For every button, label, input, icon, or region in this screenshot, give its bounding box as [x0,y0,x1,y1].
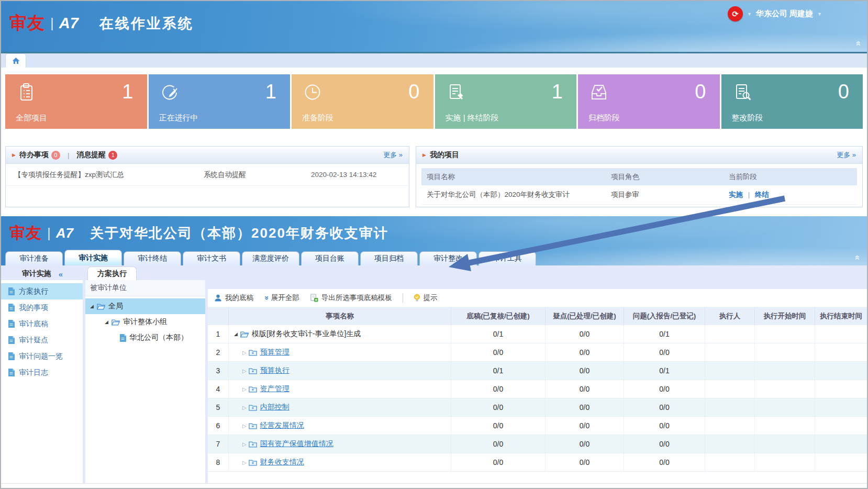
executor-cell [705,417,755,435]
tree-node-label: 审计整体小组 [123,317,167,327]
doc-icon [8,369,15,376]
stat-value: 0 [408,81,419,103]
sidebar-item-audit-drafts[interactable]: 审计底稿 [1,316,83,332]
sidebar-item-audit-issues[interactable]: 审计问题一览 [1,348,83,364]
caret-down-icon[interactable]: ▼ [817,12,822,17]
matter-name-cell: ▷ 国有资产保值增值情况 [229,435,451,453]
end-time-cell [815,343,867,361]
executor-cell [705,398,755,416]
sidebar-item-audit-doubts[interactable]: 审计疑点 [1,332,83,348]
tab-message-reminder[interactable]: 消息提醒 [76,150,106,160]
matter-name[interactable]: 模版[财务收支审计-事业单位]生成 [252,329,361,339]
matter-name-link[interactable]: 财务收支情况 [260,458,304,467]
home-tab[interactable] [5,53,26,68]
doubt-count: 0/0 [546,398,624,416]
tab-todo-items[interactable]: 待办事项 [19,150,49,160]
stat-value: 1 [552,81,563,103]
tree-collapsed-icon[interactable]: ▷ [242,405,247,410]
end-time-cell [815,380,867,398]
product-logo: A7 [56,225,73,241]
draft-count: 0/0 [451,417,546,435]
tree-collapsed-icon[interactable]: ▷ [242,441,247,447]
tree-expand-icon[interactable]: ◢ [90,304,94,309]
todo-more-link[interactable]: 更多 » [383,150,403,160]
tree-collapsed-icon[interactable]: ▷ [242,368,247,374]
collapse-header-icon[interactable]: « [853,41,863,46]
tab-audit-documents[interactable]: 审计文书 [183,251,240,265]
stage-link-implement[interactable]: 实施 [729,191,743,198]
doc-icon [8,352,15,360]
sidebar-item-my-matters[interactable]: 我的事项 [1,299,83,316]
tree-expand-icon[interactable]: ◢ [105,319,108,325]
sidebar-item-plan-execution[interactable]: 方案执行 [1,283,83,299]
tips-button[interactable]: 提示 [414,293,438,303]
tree-node-audit-group[interactable]: ◢ 审计整体小组 [85,314,205,330]
stat-card-implementation[interactable]: 1 实施 | 终结阶段 [435,74,577,129]
subtab-plan-execution[interactable]: 方案执行 [87,266,137,280]
tree-collapsed-icon[interactable]: ▷ [242,460,247,465]
doc-icon [8,287,15,295]
stat-label: 实施 | 终结阶段 [446,113,499,123]
folder-icon [249,459,257,466]
expand-all-button[interactable]: « 展开全部 [264,293,299,303]
matter-name-link[interactable]: 国有资产保值增值情况 [260,439,333,449]
row-number: 1 [208,325,229,343]
issue-count: 0/1 [624,362,705,380]
matter-name-link[interactable]: 预算管理 [260,348,290,357]
start-time-cell [755,398,815,416]
archive-check-icon [588,82,609,105]
user-org-name[interactable]: 华东公司 周建婕 [756,9,813,19]
tab-project-ledger[interactable]: 项目台账 [301,251,359,265]
my-drafts-button[interactable]: 我的底稿 [214,293,253,303]
stat-value: 1 [265,81,276,103]
matter-name-link[interactable]: 内部控制 [260,403,290,412]
row-number: 3 [208,362,229,380]
matter-row: 1 ◢ 模版[财务收支审计-事业单位]生成 0/1 0/0 0/1 [208,325,867,343]
stage-link-conclude[interactable]: 终结 [755,191,769,198]
tab-audit-implementation[interactable]: 审计实施 [64,250,122,265]
sidebar-title: 审计实施 [22,269,51,279]
column-start-time: 执行开始时间 [755,307,815,325]
tree-expand-icon[interactable]: ◢ [234,331,238,337]
stat-card-rectification[interactable]: 0 整改阶段 [721,74,863,129]
row-number: 4 [208,380,229,398]
tree-node-global[interactable]: ◢ 全局 [85,298,205,314]
tab-audit-preparation[interactable]: 审计准备 [5,251,63,265]
stat-card-all-projects[interactable]: 1 全部项目 [5,74,147,129]
stat-card-in-progress[interactable]: 1 正在进行中 [149,74,291,129]
sidebar-item-audit-log[interactable]: 审计日志 [1,364,83,381]
project-body: 审计实施 « 方案执行 方案执行 我的事项 审计底稿 [1,265,867,483]
doubt-count: 0/0 [546,343,624,361]
dashboard-window: 审友 | A7 在线作业系统 ⟳ ▼ 华东公司 周建婕 ▼ « [1,1,867,214]
my-projects-header: ▶ 我的项目 更多 » [416,147,862,164]
tab-audit-conclusion[interactable]: 审计终结 [124,251,181,265]
tree-collapsed-icon[interactable]: ▷ [242,423,247,429]
tab-project-archive[interactable]: 项目归档 [360,251,418,265]
projects-more-link[interactable]: 更多 » [837,150,856,160]
matter-name-link[interactable]: 预算执行 [260,366,290,375]
grid-toolbar: 我的底稿 « 展开全部 导出所选事项底稿模板 提示 [208,289,867,307]
grid-header: 事项名称 底稿(已复核/已创建) 疑点(已处理/已创建) 问题(入报告/已登记)… [208,307,867,325]
stat-card-preparation[interactable]: 0 准备阶段 [292,74,433,129]
collapse-header-icon[interactable]: « [852,255,862,260]
column-row-number [208,307,229,325]
refresh-icon[interactable]: ⟳ [728,6,743,21]
user-area: ⟳ ▼ 华东公司 周建婕 ▼ [728,6,822,21]
stat-card-archive[interactable]: 0 归档阶段 [578,74,720,129]
tab-separator: | [68,151,69,159]
tab-audit-tools[interactable]: 审计工具 [478,251,536,265]
product-logo: A7 [59,15,79,32]
tab-satisfaction-evaluation[interactable]: 满意度评价 [242,251,299,265]
caret-down-icon[interactable]: ▼ [747,12,752,17]
message-title[interactable]: 【专项填报任务提醒】zxp测试汇总 [14,170,204,180]
my-projects-panel: ▶ 我的项目 更多 » 项目名称 项目角色 当前阶段 关于对华北公司（本部）20… [416,146,863,207]
tab-audit-rectification[interactable]: 审计整改 [419,251,477,265]
tree-collapsed-icon[interactable]: ▷ [242,386,247,392]
matter-name-link[interactable]: 经营发展情况 [260,421,304,430]
tree-node-north-china-company[interactable]: 华北公司（本部） [85,330,205,346]
sidebar-collapse-icon[interactable]: « [59,270,63,279]
matter-name-link[interactable]: 资产管理 [260,384,290,394]
export-draft-template-button[interactable]: 导出所选事项底稿模板 [310,293,392,303]
message-list-item[interactable]: 【专项填报任务提醒】zxp测试汇总 系统自动提醒 2020-02-13 14:1… [6,164,409,186]
tree-collapsed-icon[interactable]: ▷ [242,350,247,355]
